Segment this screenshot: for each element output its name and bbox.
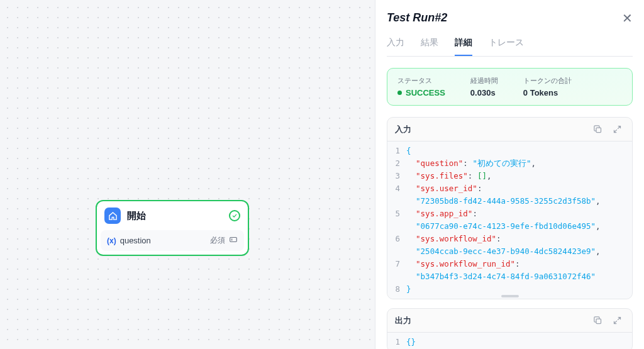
- input-json-text: { "question": "初めての実行", "sys.files": [],…: [405, 141, 607, 299]
- copy-icon[interactable]: [591, 314, 605, 326]
- tab-trace[interactable]: トレース: [489, 37, 524, 56]
- tokens-value: 0 Tokens: [523, 88, 572, 97]
- line-gutter: 1: [387, 333, 405, 349]
- node-header: 開始: [97, 201, 248, 230]
- elapsed-label: 経過時間: [470, 76, 498, 86]
- tokens-label: トークンの合計: [523, 76, 572, 86]
- input-section: 入力 1 2 3 4 5 6 7 8: [387, 117, 633, 299]
- workflow-canvas[interactable]: 開始 (x) question 必須: [0, 0, 375, 349]
- text-field-icon: [229, 235, 238, 246]
- variable-name: question: [120, 236, 206, 245]
- expand-icon[interactable]: [610, 314, 625, 326]
- panel-title: Test Run#2: [387, 11, 447, 25]
- output-section-title: 出力: [395, 315, 411, 326]
- elapsed-value: 0.030s: [470, 88, 498, 97]
- resize-handle-icon[interactable]: [501, 295, 519, 297]
- node-variable-row[interactable]: (x) question 必須: [101, 230, 244, 251]
- svg-rect-0: [230, 238, 237, 242]
- check-icon: [229, 210, 240, 221]
- variable-badge: (x): [107, 236, 116, 245]
- tab-result[interactable]: 結果: [421, 37, 438, 56]
- output-code[interactable]: 1 {}: [387, 332, 632, 349]
- input-section-title: 入力: [395, 124, 411, 135]
- copy-icon[interactable]: [591, 123, 605, 135]
- tab-input[interactable]: 入力: [387, 37, 404, 56]
- home-icon: [104, 208, 121, 224]
- status-value: SUCCESS: [397, 88, 445, 97]
- close-icon[interactable]: ✕: [622, 12, 633, 25]
- required-label: 必須: [210, 235, 225, 246]
- input-code[interactable]: 1 2 3 4 5 6 7 8 { "question": "初めての実行", …: [387, 141, 632, 299]
- status-dot-icon: [397, 91, 402, 95]
- line-gutter: 1 2 3 4 5 6 7 8: [387, 141, 405, 299]
- svg-rect-2: [596, 319, 601, 324]
- tab-detail[interactable]: 詳細: [455, 37, 472, 56]
- node-title: 開始: [127, 210, 223, 222]
- expand-icon[interactable]: [610, 123, 625, 135]
- detail-panel: Test Run#2 ✕ 入力 結果 詳細 トレース ステータス SUCCESS…: [375, 0, 644, 349]
- svg-rect-1: [596, 128, 601, 133]
- status-label: ステータス: [397, 76, 445, 86]
- status-box: ステータス SUCCESS 経過時間 0.030s トークンの合計 0 Toke…: [387, 68, 633, 106]
- output-section: 出力 1 {}: [387, 308, 633, 349]
- output-json-text: {}: [405, 333, 422, 349]
- start-node[interactable]: 開始 (x) question 必須: [96, 200, 249, 256]
- panel-tabs: 入力 結果 詳細 トレース: [387, 37, 633, 57]
